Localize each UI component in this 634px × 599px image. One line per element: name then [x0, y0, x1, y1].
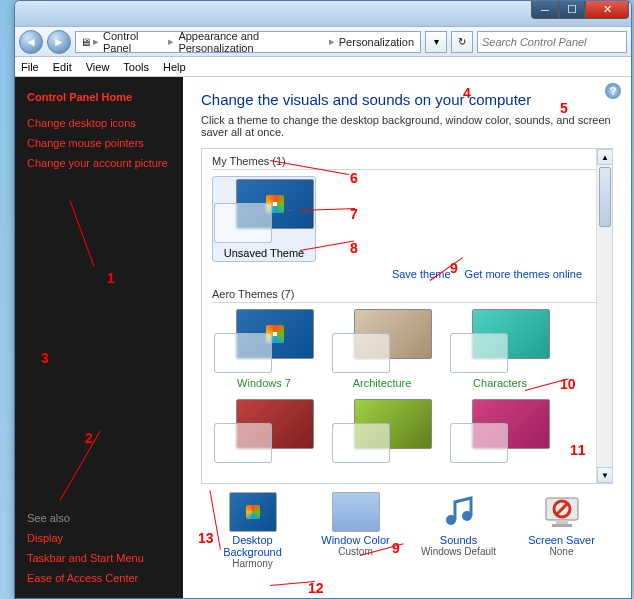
refresh-button[interactable]: ↻ [451, 31, 473, 53]
seealso-ease[interactable]: Ease of Access Center [27, 572, 171, 584]
menu-file[interactable]: File [21, 61, 39, 73]
theme-windows7[interactable]: Windows 7 [212, 309, 316, 389]
window-color-icon [332, 492, 380, 532]
personalization-row: Desktop Background Harmony Window Color … [201, 492, 613, 569]
desktop-background-icon [229, 492, 277, 532]
get-more-themes-link[interactable]: Get more themes online [465, 268, 582, 280]
menu-edit[interactable]: Edit [53, 61, 72, 73]
crumb-0[interactable]: Control Panel [101, 30, 166, 54]
crumb-1[interactable]: Appearance and Personalization [176, 30, 326, 54]
help-icon[interactable]: ? [605, 83, 621, 99]
desktop-background-button[interactable]: Desktop Background Harmony [208, 492, 298, 569]
maximize-button[interactable]: ☐ [559, 1, 585, 19]
sidebar-link-mouse-pointers[interactable]: Change mouse pointers [27, 137, 171, 149]
theme-item[interactable] [330, 399, 434, 467]
back-button[interactable]: ◄ [19, 30, 43, 54]
scroll-up[interactable]: ▲ [597, 149, 613, 165]
control-panel-window: ─ ☐ ✕ ◄ ► 🖥 ▸ Control Panel▸ Appearance … [14, 0, 632, 599]
seealso-taskbar[interactable]: Taskbar and Start Menu [27, 552, 171, 564]
close-button[interactable]: ✕ [585, 1, 629, 19]
menu-view[interactable]: View [86, 61, 110, 73]
main-panel: ? Change the visuals and sounds on your … [183, 77, 631, 598]
sounds-icon [435, 492, 483, 532]
theme-item[interactable] [448, 399, 552, 467]
theme-list: My Themes (1) Unsaved Theme Save theme G… [201, 148, 613, 484]
aero-themes-label: Aero Themes (7) [212, 288, 602, 300]
menu-tools[interactable]: Tools [123, 61, 149, 73]
sounds-button[interactable]: Sounds Windows Default [414, 492, 504, 569]
svg-rect-4 [552, 524, 572, 527]
theme-architecture[interactable]: Architecture [330, 309, 434, 389]
screen-saver-icon [538, 492, 586, 532]
history-dropdown[interactable]: ▾ [425, 31, 447, 53]
svg-rect-3 [556, 520, 568, 524]
menu-help[interactable]: Help [163, 61, 186, 73]
theme-item[interactable] [212, 399, 316, 467]
minimize-button[interactable]: ─ [531, 1, 559, 19]
titlebar: ─ ☐ ✕ [15, 1, 631, 27]
nav-toolbar: ◄ ► 🖥 ▸ Control Panel▸ Appearance and Pe… [15, 27, 631, 57]
window-color-button[interactable]: Window Color Custom [311, 492, 401, 569]
page-title: Change the visuals and sounds on your co… [201, 91, 613, 108]
theme-characters[interactable]: Characters [448, 309, 552, 389]
menubar: File Edit View Tools Help [15, 57, 631, 77]
sidebar: Control Panel Home Change desktop icons … [15, 77, 183, 598]
sidebar-link-desktop-icons[interactable]: Change desktop icons [27, 117, 171, 129]
theme-unsaved[interactable]: Unsaved Theme [212, 176, 316, 262]
sidebar-link-account-picture[interactable]: Change your account picture [27, 157, 171, 169]
theme-label: Unsaved Theme [224, 247, 305, 259]
seealso-label: See also [27, 512, 171, 524]
scroll-thumb[interactable] [599, 167, 611, 227]
forward-button[interactable]: ► [47, 30, 71, 54]
computer-icon: 🖥 [80, 36, 91, 48]
crumb-2[interactable]: Personalization [337, 36, 416, 48]
save-theme-link[interactable]: Save theme [392, 268, 451, 280]
seealso-display[interactable]: Display [27, 532, 171, 544]
page-subtitle: Click a theme to change the desktop back… [201, 114, 613, 138]
scrollbar[interactable]: ▲ ▼ [596, 149, 612, 483]
search-input[interactable] [477, 31, 627, 53]
screen-saver-button[interactable]: Screen Saver None [517, 492, 607, 569]
breadcrumb[interactable]: 🖥 ▸ Control Panel▸ Appearance and Person… [75, 31, 421, 53]
scroll-down[interactable]: ▼ [597, 467, 613, 483]
sidebar-home[interactable]: Control Panel Home [27, 91, 171, 103]
my-themes-label: My Themes (1) [212, 155, 602, 167]
